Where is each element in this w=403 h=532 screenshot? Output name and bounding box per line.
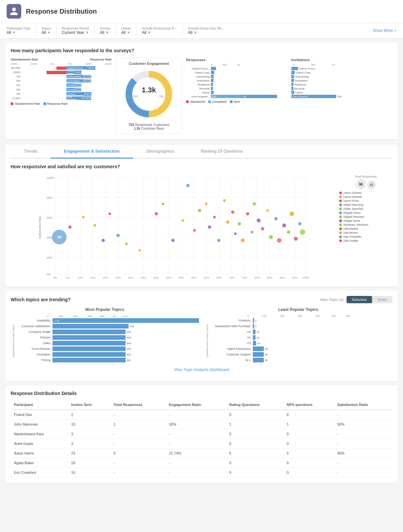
svg-text:75%: 75% <box>242 276 247 279</box>
cell-rating: 0 <box>226 410 283 420</box>
svg-text:40%: 40% <box>153 276 158 279</box>
filter-include-anonymous[interactable]: Include Anonymous R... All ▼ <box>142 27 177 35</box>
cell-rating: 1 <box>226 420 283 429</box>
tab-engagement[interactable]: Engagement & Satisfaction <box>50 145 133 159</box>
table-row: A3 14 <box>210 341 393 345</box>
cell-participant: Navteshwara Kaur <box>11 429 68 439</box>
cell-satisfaction: - <box>334 458 392 468</box>
show-more-button[interactable]: Show More > <box>373 28 396 33</box>
cell-participant: Agata Baker <box>11 458 68 468</box>
tab-demographics[interactable]: Demographics <box>133 145 187 159</box>
svg-point-71 <box>139 249 141 252</box>
toggle-score-button[interactable]: Score <box>372 296 392 303</box>
table-row: Renewal <box>186 87 287 90</box>
table-row: Customer Satisfaction 629 <box>16 324 199 329</box>
scatter-svg: 100% 80% 60% 40% 20% 0% Satisfaction Rat… <box>11 174 335 280</box>
details-section: Response Distribution Details Participan… <box>5 385 398 483</box>
cell-rating: 5 <box>226 449 283 458</box>
cell-participant: Eric Crawford <box>11 468 68 477</box>
abandonment-chart: Abandonment Rate Response Rate 400%200%0… <box>11 58 112 134</box>
invitations-chart: Invitations 0 500 1k Claims Proce... Cla… <box>291 58 392 134</box>
svg-point-92 <box>257 218 261 222</box>
divider <box>136 26 137 36</box>
cell-responses: - <box>110 458 165 468</box>
filter-responses-period[interactable]: Responses Period Current Year ▼ <box>62 27 89 35</box>
filter-participant-type[interactable]: Participant Type All ▼ <box>7 27 31 35</box>
svg-text:80%: 80% <box>47 196 53 200</box>
tab-trends[interactable]: Trends <box>11 145 50 159</box>
table-row: Innovation 601 <box>16 352 199 357</box>
table-row: Claims Proce... <box>186 67 287 70</box>
cell-responses: 1 <box>110 420 165 429</box>
filter-topics[interactable]: Topics All ▼ <box>42 27 51 35</box>
col-engagement: Engagement Ratio <box>165 400 226 410</box>
details-table: Participant Invites Sent Total Responses… <box>11 400 392 477</box>
caret-icon: ▼ <box>12 31 16 34</box>
col-invites: Invites Sent <box>68 400 110 410</box>
table-row: Relational <box>291 83 392 86</box>
table-row: Claims <box>291 91 392 94</box>
toggle-selection-button[interactable]: Selection <box>347 296 372 303</box>
list-item: Abigail Dixon <box>339 211 392 214</box>
svg-point-68 <box>109 212 111 215</box>
cell-satisfaction: - <box>334 439 392 449</box>
cell-nps: 0 <box>283 458 334 468</box>
cell-rating: 0 <box>226 458 283 468</box>
svg-text:30%: 30% <box>128 276 133 279</box>
cell-engagement: - <box>165 458 226 468</box>
svg-point-93 <box>261 227 264 230</box>
tab-ranking[interactable]: Ranking Of Questions <box>187 145 256 159</box>
svg-point-103 <box>300 229 305 235</box>
filter-survey[interactable]: Survey All ▼ <box>100 27 110 35</box>
cell-nps: 0 <box>283 439 334 449</box>
table-row: A5 10 <box>210 335 393 340</box>
view-topic-link[interactable]: View Topic Analysis Dashboard <box>11 367 392 372</box>
topics-title: Which topics are trending? <box>11 297 70 302</box>
table-row: John Mammen 10 1 10% 1 1 50% <box>11 420 392 429</box>
cell-invites: 23 <box>68 449 110 458</box>
divider <box>116 26 116 36</box>
list-item: Abraham Johnston <box>339 223 392 226</box>
cell-responses: - <box>110 429 165 439</box>
caret-icon: ▼ <box>127 31 130 34</box>
table-row: Sales 605 <box>16 341 199 345</box>
svg-point-64 <box>68 225 72 229</box>
cell-nps: 5 <box>283 449 334 458</box>
list-item: Ada Chandler <box>339 235 392 238</box>
table-row: Claims Copy <box>291 71 392 74</box>
list-item: Abigail Harrison <box>339 215 392 218</box>
svg-text:10%: 10% <box>77 276 83 279</box>
svg-point-66 <box>94 224 96 227</box>
filter-owner[interactable]: Owner All ▼ <box>121 27 131 35</box>
main-tabs: Trends Engagement & Satisfaction Demogra… <box>11 145 392 159</box>
responses-legend: Abandoned Completed Sent <box>186 100 287 103</box>
svg-text:550: 550 <box>133 95 138 98</box>
topics-section: Which topics are trending? View Topics b… <box>5 291 398 381</box>
cell-participant: John Mammen <box>11 420 68 429</box>
table-row: 0% Onboarding 100% <box>11 75 112 78</box>
cell-responses: - <box>110 439 165 449</box>
svg-point-89 <box>246 212 250 215</box>
svg-point-77 <box>193 229 196 232</box>
svg-point-69 <box>117 234 120 237</box>
overview-section: How many participants have responded to … <box>5 43 398 139</box>
cell-nps: 0 <box>283 410 334 420</box>
scatter-legend: Total Responses 96 43 Aaron Alvarez Aaro… <box>339 174 392 281</box>
cell-engagement: - <box>165 468 226 477</box>
donut-svg: 1.3k 550 702 <box>122 67 175 121</box>
abandonment-legend: Abandonment Rate Response Rate <box>11 102 112 105</box>
list-item: Ada Barber <box>339 227 392 230</box>
filter-include-guest[interactable]: Include Guest User Re... All ▼ <box>188 27 225 35</box>
svg-point-95 <box>269 235 273 239</box>
svg-text:55%: 55% <box>191 276 196 279</box>
cell-engagement: - <box>165 429 226 439</box>
cell-rating: 0 <box>226 468 283 477</box>
view-topic-analysis-link[interactable]: View Topic Analysis Dashboard <box>174 367 229 372</box>
svg-text:702: 702 <box>159 95 164 98</box>
svg-text:25%: 25% <box>115 276 121 279</box>
svg-point-87 <box>238 222 241 225</box>
cell-participant: Ankit Gupta <box>11 439 68 449</box>
caret-icon: ▼ <box>194 31 197 34</box>
cell-satisfaction: - <box>334 468 392 477</box>
table-row: Eric Crawford 15 - - 0 0 - <box>11 468 392 477</box>
